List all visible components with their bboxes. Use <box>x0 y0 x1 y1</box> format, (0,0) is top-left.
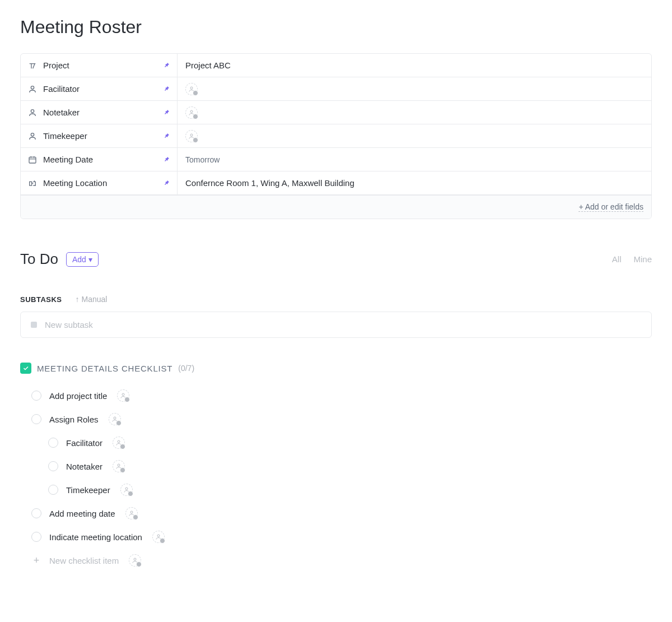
checklist-item[interactable]: Indicate meeting location <box>31 525 652 549</box>
field-row-timekeeper: Timekeeper <box>21 124 651 148</box>
field-label: Project <box>43 61 69 70</box>
sort-mode-label: Manual <box>82 295 108 304</box>
field-value[interactable] <box>178 124 651 147</box>
svg-point-13 <box>130 511 133 513</box>
field-label: Facilitator <box>43 84 80 94</box>
location-icon <box>27 179 38 188</box>
calendar-icon <box>27 155 38 164</box>
checklist-item-label: Add project title <box>49 391 107 401</box>
empty-assignee-icon[interactable] <box>185 130 198 142</box>
empty-assignee-icon[interactable] <box>129 554 141 567</box>
svg-point-11 <box>118 464 120 466</box>
add-button[interactable]: Add ▾ <box>66 252 99 267</box>
checklist-items: Add project title Assign Roles Facilitat… <box>20 384 652 572</box>
empty-assignee-icon[interactable] <box>125 507 138 519</box>
field-value[interactable] <box>178 101 651 124</box>
pin-icon[interactable] <box>164 131 170 141</box>
pin-icon[interactable] <box>164 108 170 117</box>
todo-title: To Do <box>20 250 58 268</box>
checklist-icon <box>20 363 31 374</box>
plus-icon: + <box>31 555 41 567</box>
checklist-item-label: Timekeeper <box>66 485 110 495</box>
field-label-cell[interactable]: Meeting Date <box>21 148 178 171</box>
empty-assignee-icon[interactable] <box>185 83 198 95</box>
checklist-item-label: Facilitator <box>66 438 102 448</box>
svg-rect-7 <box>30 182 32 185</box>
checklist-radio[interactable] <box>31 414 41 424</box>
checklist-radio[interactable] <box>48 438 58 448</box>
checklist-title[interactable]: MEETING DETAILS CHECKLIST <box>37 364 172 373</box>
checklist-count: (0/7) <box>178 364 194 373</box>
checklist-radio[interactable] <box>31 391 41 401</box>
empty-assignee-icon[interactable] <box>113 437 125 449</box>
field-label-cell[interactable]: Timekeeper <box>21 124 178 147</box>
checklist-item-label: Assign Roles <box>49 415 99 424</box>
text-icon <box>27 61 38 70</box>
field-label-cell[interactable]: Notetaker <box>21 101 178 124</box>
field-row-meeting-date: Meeting Date Tomorrow <box>21 148 651 171</box>
checklist-item-label: Add meeting date <box>49 509 115 518</box>
field-label-cell[interactable]: Facilitator <box>21 77 178 100</box>
checklist-item[interactable]: Add project title <box>31 384 652 407</box>
checklist-radio[interactable] <box>31 508 41 518</box>
svg-point-2 <box>31 109 34 112</box>
sort-mode[interactable]: ↑ Manual <box>76 295 108 304</box>
empty-assignee-icon[interactable] <box>120 484 133 496</box>
tab-mine[interactable]: Mine <box>633 254 652 264</box>
pin-icon[interactable] <box>164 84 170 94</box>
svg-point-15 <box>134 558 136 560</box>
person-icon <box>27 132 38 141</box>
field-label-cell[interactable]: Project <box>21 54 178 77</box>
checklist-item[interactable]: Facilitator <box>31 431 652 454</box>
new-checklist-item[interactable]: + New checklist item <box>31 549 652 572</box>
svg-point-8 <box>122 393 124 396</box>
todo-filter-tabs: All Mine <box>612 254 652 264</box>
checklist-item-label: Notetaker <box>66 462 102 471</box>
checklist-item[interactable]: Timekeeper <box>31 478 652 502</box>
checklist-item-label: Indicate meeting location <box>49 532 142 542</box>
svg-point-0 <box>31 86 34 89</box>
new-subtask-input[interactable]: New subtask <box>20 312 652 338</box>
field-value[interactable]: Project ABC <box>178 54 651 77</box>
field-label-cell[interactable]: Meeting Location <box>21 171 178 194</box>
field-row-meeting-location: Meeting Location Confernce Room 1, Wing … <box>21 171 651 195</box>
fields-table: Project Project ABC Facilitator <box>20 53 652 219</box>
chevron-down-icon: ▾ <box>88 255 92 264</box>
pin-icon[interactable] <box>164 178 170 188</box>
field-value[interactable] <box>178 77 651 100</box>
checklist-radio[interactable] <box>31 532 41 542</box>
todo-header: To Do Add ▾ All Mine <box>20 250 652 268</box>
subtasks-label: SUBTASKS <box>20 295 62 304</box>
empty-assignee-icon[interactable] <box>152 531 165 543</box>
field-value[interactable]: Tomorrow <box>178 148 651 171</box>
checklist-item[interactable]: Notetaker <box>31 454 652 478</box>
field-row-notetaker: Notetaker <box>21 101 651 124</box>
add-edit-fields-link[interactable]: + Add or edit fields <box>578 202 643 212</box>
svg-point-1 <box>190 87 193 89</box>
checklist-header: MEETING DETAILS CHECKLIST (0/7) <box>20 363 652 374</box>
checklist-item[interactable]: Add meeting date <box>31 502 652 525</box>
tab-all[interactable]: All <box>612 254 622 264</box>
svg-point-3 <box>190 110 193 113</box>
empty-assignee-icon[interactable] <box>185 106 198 119</box>
pin-icon[interactable] <box>164 61 170 70</box>
new-subtask-placeholder: New subtask <box>45 320 93 329</box>
page-title: Meeting Roster <box>20 17 652 38</box>
checklist-radio[interactable] <box>48 461 58 471</box>
field-value[interactable]: Confernce Room 1, Wing A, Maxwell Buildi… <box>178 171 651 194</box>
field-row-project: Project Project ABC <box>21 54 651 77</box>
svg-point-12 <box>125 488 128 490</box>
field-row-facilitator: Facilitator <box>21 77 651 101</box>
empty-assignee-icon[interactable] <box>117 389 129 402</box>
pin-icon[interactable] <box>164 155 170 164</box>
checklist-radio[interactable] <box>48 485 58 495</box>
arrow-up-icon: ↑ <box>76 295 80 304</box>
field-label: Meeting Location <box>43 178 107 188</box>
person-icon <box>27 85 38 94</box>
add-button-label: Add <box>72 255 86 264</box>
checklist-item[interactable]: Assign Roles <box>31 407 652 431</box>
svg-point-5 <box>190 134 193 136</box>
svg-point-10 <box>118 440 120 443</box>
empty-assignee-icon[interactable] <box>113 460 125 472</box>
empty-assignee-icon[interactable] <box>109 413 121 425</box>
